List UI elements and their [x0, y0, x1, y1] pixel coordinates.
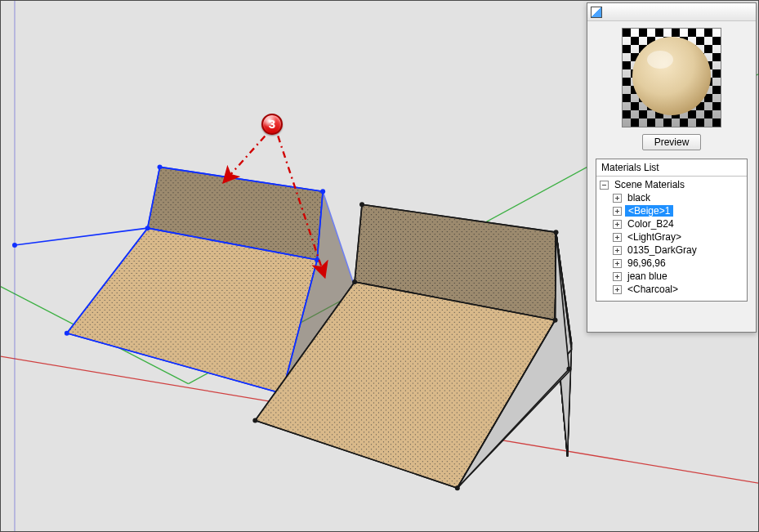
expander-icon[interactable] [613, 194, 622, 203]
svg-point-28 [65, 331, 69, 336]
svg-point-61 [647, 51, 673, 69]
tree-item-label: 0135_DarkGray [625, 244, 699, 256]
svg-point-53 [352, 279, 357, 284]
tree-root-label: Scene Materials [612, 179, 687, 190]
material-preview [622, 28, 721, 127]
expander-icon[interactable] [613, 272, 622, 281]
materials-panel: Preview Materials List Scene Materials b… [587, 2, 757, 333]
tree-item-label: black [625, 192, 653, 203]
preview-button[interactable]: Preview [642, 134, 702, 150]
svg-line-44 [556, 232, 556, 320]
tree-item-label: <LightGray> [625, 231, 684, 243]
svg-point-56 [567, 367, 572, 372]
tree-item[interactable]: <Beige>1 [596, 204, 747, 217]
svg-point-30 [12, 243, 17, 248]
svg-point-24 [158, 164, 163, 169]
tree-item-label: Color_B24 [625, 218, 676, 230]
panel-titlebar[interactable] [587, 3, 756, 21]
svg-point-51 [554, 230, 559, 235]
svg-point-25 [320, 189, 325, 194]
tree-item[interactable]: <Charcoal> [596, 283, 747, 296]
svg-point-60 [632, 37, 711, 115]
expander-icon[interactable] [613, 220, 622, 229]
annotation-step-3: 3 [261, 114, 283, 135]
materials-tree[interactable]: Scene Materials black<Beige>1Color_B24<L… [596, 177, 747, 301]
tree-root-scene-materials[interactable]: Scene Materials [596, 178, 747, 191]
svg-point-55 [455, 485, 460, 490]
tree-item[interactable]: <LightGray> [596, 230, 747, 244]
expander-icon[interactable] [613, 207, 622, 216]
expander-icon[interactable] [600, 181, 609, 190]
expander-icon[interactable] [613, 259, 622, 268]
tree-item-label: <Beige>1 [625, 205, 673, 217]
tree-item[interactable]: Color_B24 [596, 217, 747, 230]
svg-point-52 [553, 318, 558, 323]
tree-item[interactable]: 0135_DarkGray [596, 244, 747, 257]
tree-item[interactable]: jean blue [596, 270, 747, 283]
materials-list: Materials List Scene Materials black<Bei… [596, 159, 748, 302]
expander-icon[interactable] [613, 285, 622, 294]
tree-item[interactable]: black [596, 191, 747, 204]
svg-point-54 [252, 418, 257, 422]
svg-line-16 [15, 228, 148, 245]
tree-item-label: jean blue [625, 270, 670, 282]
svg-point-50 [359, 202, 364, 207]
tree-item-label: <Charcoal> [625, 284, 681, 295]
svg-point-27 [145, 226, 150, 230]
tree-item[interactable]: 96,96,96 [596, 257, 747, 270]
tree-item-label: 96,96,96 [625, 257, 668, 269]
materials-list-header: Materials List [596, 159, 747, 177]
expander-icon[interactable] [613, 246, 622, 255]
expander-icon[interactable] [613, 233, 622, 242]
panel-icon [591, 7, 602, 18]
